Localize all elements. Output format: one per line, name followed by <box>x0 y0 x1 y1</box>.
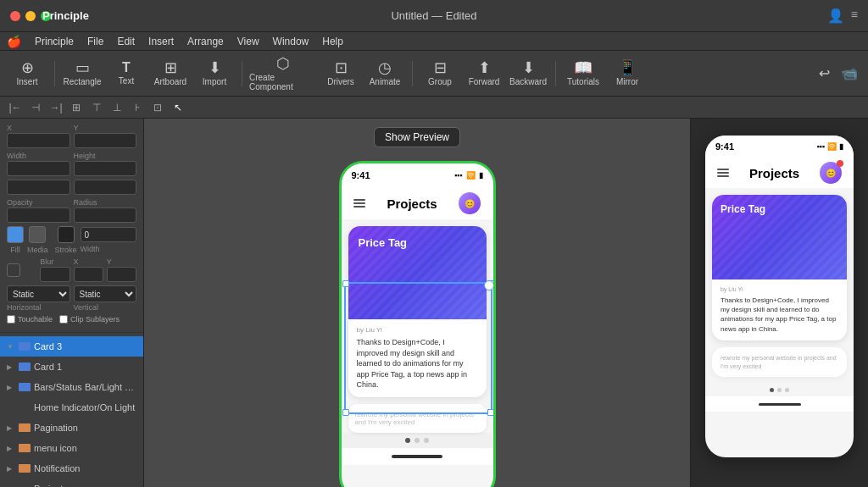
layer-item-pagination[interactable]: ▶ Pagination <box>0 418 143 438</box>
menu-file[interactable]: File <box>87 36 103 47</box>
width-input[interactable] <box>7 161 70 176</box>
fill-swatch[interactable] <box>7 226 24 243</box>
layer-name-projects: Projects <box>34 484 136 487</box>
y-label: Y <box>74 124 137 132</box>
import-tool[interactable]: ⬇ Import <box>194 54 235 93</box>
height-input[interactable] <box>74 161 137 176</box>
menu-view[interactable]: View <box>237 36 259 47</box>
text-tool[interactable]: T Text <box>106 54 147 93</box>
layer-item-bars[interactable]: ▶ Bars/Status Bar/Light Statu... <box>0 377 143 397</box>
media-swatch[interactable] <box>29 226 46 243</box>
shadow-x-input[interactable] <box>74 267 103 282</box>
insert-tool[interactable]: ⊕ Insert <box>7 54 47 93</box>
drivers-tool[interactable]: ⊡ Drivers <box>320 54 361 93</box>
artboard-tool[interactable]: ⊞ Artboard <box>150 54 191 93</box>
align-left-tool[interactable]: |← <box>7 99 24 116</box>
shadow-field <box>7 263 36 277</box>
x-input[interactable] <box>7 133 70 148</box>
touchable-checkbox-label[interactable]: Touchable <box>7 315 53 324</box>
menu-help[interactable]: Help <box>322 36 343 47</box>
menu-principle[interactable]: Principle <box>35 36 74 47</box>
tool-divider-1 <box>54 61 55 86</box>
preview-card-image-title: Price Tag <box>721 203 765 215</box>
minimize-button[interactable] <box>25 11 36 21</box>
layer-item-projects[interactable]: Projects <box>0 479 143 487</box>
create-component-tool[interactable]: ⬡ Create Component <box>249 54 317 93</box>
menu-window[interactable]: Window <box>273 36 309 47</box>
battery-icon: ▮ <box>479 171 483 180</box>
stroke-label: Stroke <box>55 246 77 254</box>
stroke-width-input[interactable] <box>81 227 136 242</box>
height-label: Height <box>74 152 137 160</box>
layer-name-bars: Bars/Status Bar/Light Statu... <box>34 382 136 392</box>
distribute-v-tool[interactable]: ⊡ <box>149 99 166 116</box>
clip-sublayers-checkbox[interactable] <box>59 315 68 324</box>
opacity-input[interactable]: 100% <box>7 208 70 223</box>
clip-sublayers-checkbox-label[interactable]: Clip Sublayers <box>59 315 120 324</box>
vertical-label: Vertical <box>74 303 137 312</box>
align-right-tool[interactable]: →| <box>47 99 64 116</box>
y-input[interactable] <box>74 133 137 148</box>
menu-edit[interactable]: Edit <box>117 36 135 47</box>
folder-icon-notification <box>19 464 31 473</box>
align-center-v-tool[interactable]: ⊥ <box>108 99 125 116</box>
canvas-area: Show Preview 9:41 ▪▪▪ 🛜 ▮ <box>144 119 690 487</box>
horizontal-label: Horizontal <box>7 303 70 312</box>
animate-tool[interactable]: ◷ Animate <box>364 54 405 93</box>
apple-menu[interactable]: 🍎 <box>7 35 21 48</box>
distribute-h-tool[interactable]: ⊞ <box>68 99 85 116</box>
layer-item-card3[interactable]: ▼ Card 3 <box>0 336 143 357</box>
handle-tr[interactable] <box>487 280 494 287</box>
preview-notif-badge <box>837 160 843 167</box>
touchable-checkbox[interactable] <box>7 315 15 324</box>
layer-item-notification[interactable]: ▶ Notification <box>0 458 143 479</box>
menu-insert[interactable]: Insert <box>148 36 174 47</box>
card-author: by Liu Yi <box>357 326 478 334</box>
handle-br[interactable] <box>487 409 494 416</box>
undo-button[interactable]: ↩ <box>812 62 836 86</box>
align-center-h-tool[interactable]: ⊣ <box>27 99 44 116</box>
preview-battery-icon: ▮ <box>839 142 843 151</box>
hamburger-icon <box>353 199 365 208</box>
stroke-width-label: Width <box>81 245 136 253</box>
stroke-swatch[interactable] <box>58 226 75 243</box>
expand-icon: ▼ <box>7 343 15 351</box>
preview-card2-body: rewrote my personal website in projects … <box>712 347 847 378</box>
close-button[interactable] <box>10 11 20 21</box>
align-top-tool[interactable]: ⊤ <box>88 99 105 116</box>
tutorials-tool[interactable]: 📖 Tutorials <box>563 54 604 93</box>
show-preview-button[interactable]: Show Preview <box>374 127 460 147</box>
layer-item-card1[interactable]: ▶ Card 1 <box>0 357 143 377</box>
horizontal-select[interactable]: Static <box>7 285 70 302</box>
layer-item-home[interactable]: Home Indicator/On Light <box>0 397 143 418</box>
shadow-swatch[interactable] <box>7 263 20 277</box>
backward-tool[interactable]: ⬇ Backward <box>508 54 548 93</box>
avatar-wrapper: 😊 <box>459 192 481 214</box>
blur-input[interactable] <box>40 267 70 282</box>
menu-arrange[interactable]: Arrange <box>187 36 224 47</box>
vertical-select[interactable]: Static <box>74 285 137 302</box>
align-bottom-tool[interactable]: ⊦ <box>129 99 146 116</box>
angle-input[interactable]: 0° <box>7 180 70 195</box>
app-name: Principle <box>42 9 89 22</box>
mirror-tool[interactable]: 📱 Mirror <box>607 54 648 93</box>
forward-tool[interactable]: ⬆ Forward <box>464 54 504 93</box>
redo-button[interactable]: 📹 <box>837 62 861 86</box>
radius-label: Radius <box>74 198 137 207</box>
radius-input[interactable]: 0 <box>74 208 137 223</box>
phone-app-bar: Projects 😊 <box>342 187 493 219</box>
checkbox-row: Touchable Clip Sublayers <box>7 315 136 324</box>
vertical-dropdown: Static Vertical <box>74 285 137 312</box>
secondary-toolbar: |← ⊣ →| ⊞ ⊤ ⊥ ⊦ ⊡ ↖ <box>0 97 868 119</box>
preview-signal-icon: ▪▪▪ <box>816 142 825 151</box>
preview-dot-3 <box>785 388 789 392</box>
layer-name-notification: Notification <box>34 463 136 473</box>
media-swatch-group: Media <box>27 226 48 254</box>
group-tool[interactable]: ⊟ Group <box>420 54 460 93</box>
cursor-tool[interactable]: ↖ <box>170 99 186 116</box>
shadow-y-input[interactable] <box>107 267 136 282</box>
rectangle-tool[interactable]: ▭ Rectangle <box>62 54 103 93</box>
scale-input[interactable] <box>74 180 137 195</box>
layer-item-menu-icon[interactable]: ▶ menu icon <box>0 438 143 458</box>
clip-sublayers-label: Clip Sublayers <box>70 315 120 324</box>
